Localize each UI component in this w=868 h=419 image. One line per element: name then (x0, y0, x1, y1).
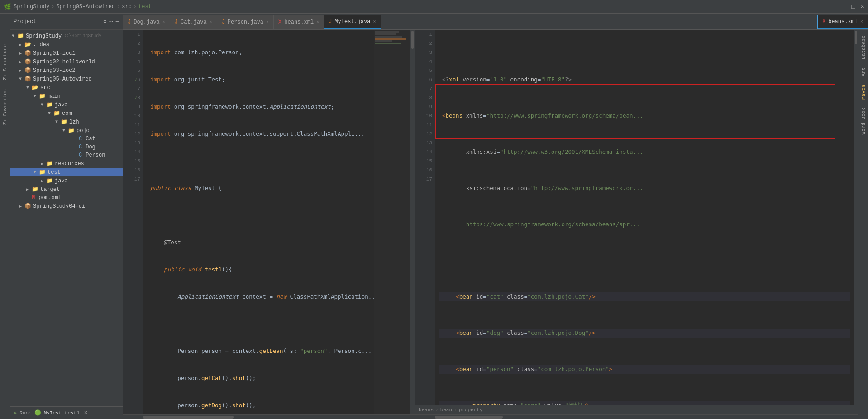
tab-label: Cat.java (181, 19, 207, 25)
line-num: 1 (429, 32, 432, 37)
arrow-icon: ▶ (41, 161, 46, 167)
left-code-content[interactable]: import com.lzh.pojo.Person; import org.j… (143, 30, 374, 414)
ant-tab[interactable]: Ant (859, 64, 868, 80)
tree-item-test-java[interactable]: ▶ 📁 java (10, 176, 123, 185)
collapse-icon[interactable]: — (116, 19, 119, 25)
tree-item-person[interactable]: ▶ C Person (10, 151, 123, 159)
tree-item-java[interactable]: ▼ 📁 java (10, 100, 123, 109)
settings-icon[interactable]: ⚙ (103, 18, 106, 25)
gear-icon[interactable]: ⋯ (109, 18, 113, 25)
java-icon: J (128, 19, 131, 25)
tree-item-spring03[interactable]: ▶ 📦 Spring03-ioc2 (10, 66, 123, 75)
xml-line-5: https://www.springframework.org/schema/b… (439, 220, 850, 229)
tree-label: resources (55, 161, 84, 167)
close-icon[interactable]: × (266, 20, 269, 25)
xml-line-2: <beans xmlns="http://www.springframework… (439, 111, 850, 120)
tree-label: target (40, 186, 60, 193)
tree-item-idea[interactable]: ▶ 📂 .idea (10, 40, 123, 49)
arrow-icon: ▼ (48, 111, 53, 116)
left-h-scrollbar[interactable] (123, 414, 415, 419)
tab-mytest-java[interactable]: J MyTest.java × (324, 15, 381, 29)
tree-label: lzh (69, 119, 79, 125)
tree-item-pom[interactable]: ▶ M pom.xml (10, 194, 123, 202)
tab-person-java[interactable]: J Person.java × (217, 15, 274, 29)
tree-item-com[interactable]: ▼ 📁 com (10, 109, 123, 118)
code-line-6: public class MyTest { (147, 184, 370, 193)
close-run-button[interactable]: × (84, 410, 87, 416)
close-icon[interactable]: × (210, 20, 212, 25)
database-tab[interactable]: Database (859, 32, 868, 63)
class-icon: C (79, 144, 82, 150)
maven-tab[interactable]: Maven (859, 81, 868, 103)
right-h-scrollbar[interactable] (415, 414, 858, 419)
tree-item-test[interactable]: ▼ 📁 test (10, 168, 123, 176)
tree-item-pojo[interactable]: ▼ 📁 pojo (10, 126, 123, 135)
xml-line-7: <bean id="cat" class="com.lzh.pojo.Cat"/… (439, 292, 850, 301)
left-scrollbar[interactable] (410, 30, 415, 414)
line-num: 7 (429, 86, 432, 91)
line-num: 5 (137, 68, 140, 73)
structure-tab[interactable]: Z: Structure (1, 41, 9, 84)
line-num: 4 (429, 59, 432, 64)
line-num: 10 (134, 113, 140, 119)
tab-beans-xml[interactable]: X beans.xml × (274, 15, 324, 29)
tree-item-cat[interactable]: ▶ C Cat (10, 135, 123, 143)
tab-dog-java[interactable]: J Dog.java × (123, 15, 170, 29)
folder-icon: 📁 (46, 101, 53, 108)
xml-line-8: <bean id="dog" class="com.lzh.pojo.Dog"/… (439, 329, 850, 338)
folder-icon: 📂 (24, 41, 31, 48)
favorites-tab[interactable]: Z: Favorites (1, 86, 9, 129)
tree-item-dog[interactable]: ▶ C Dog (10, 143, 123, 151)
xml-icon: X (822, 19, 825, 25)
maximize-button[interactable]: □ (851, 3, 855, 10)
tree-label: Cat (86, 136, 95, 142)
tree-item-main[interactable]: ▼ 📁 main (10, 92, 123, 100)
arrow-icon: ▶ (19, 42, 24, 48)
line-num: 8 (137, 95, 140, 100)
xml-line-6 (439, 256, 850, 265)
tree-item-spring02[interactable]: ▶ 📦 Spring02-helloworld (10, 57, 123, 66)
close-icon[interactable]: × (162, 20, 165, 25)
tree-item-spring01[interactable]: ▶ 📦 Spring01-ioc1 (10, 49, 123, 57)
arrow-icon: ▼ (41, 102, 46, 107)
tree-item-resources[interactable]: ▶ 📁 resources (10, 159, 123, 168)
close-icon[interactable]: × (316, 20, 319, 25)
arrow-icon: ▶ (19, 204, 24, 209)
close-icon[interactable]: × (373, 19, 376, 24)
tab-beans-xml-right[interactable]: X beans.xml × (818, 15, 868, 29)
close-icon[interactable]: × (860, 19, 863, 24)
right-gutter: 1 2 3 4 5 6 7 8 9 10 11 12 13 14 (415, 30, 435, 405)
right-code-content[interactable]: <?xml version="1.0" encoding="UTF-8"?> <… (435, 30, 854, 405)
minimize-button[interactable]: – (842, 3, 846, 10)
line-num: 3 (429, 50, 432, 55)
breadcrumb-item-2: src (122, 4, 132, 10)
tree-item-springstudy[interactable]: ▼ 📁 SpringStudy D:\SpringStudy (10, 32, 123, 40)
line-num: 2 (429, 41, 432, 46)
tree-label: Person (86, 152, 105, 158)
tree-item-lzh[interactable]: ▼ 📁 lzh (10, 118, 123, 126)
java-icon: J (329, 19, 332, 25)
arrow-icon: ▶ (19, 51, 24, 56)
line-num: 9 (429, 104, 432, 110)
tree-item-spring05[interactable]: ▼ 📦 Spring05-Autowired (10, 75, 123, 83)
line-num: 6 (429, 77, 432, 82)
folder-icon: 📁 (17, 33, 24, 39)
line-num: 2 (137, 41, 140, 46)
tab-cat-java[interactable]: J Cat.java × (170, 15, 217, 29)
breadcrumb-sep-1: › (117, 4, 120, 10)
close-button[interactable]: × (861, 3, 864, 10)
tree-item-spring04[interactable]: ▶ 📦 SpringStudy04-di (10, 202, 123, 210)
tree-item-target[interactable]: ▶ 📁 target (10, 185, 123, 194)
right-scrollbar[interactable] (854, 30, 858, 405)
tree-item-src[interactable]: ▼ 📂 src (10, 83, 123, 92)
sidebar: Project ⚙ ⋯ — ▼ 📁 SpringStudy D:\SpringS… (10, 14, 123, 419)
code-line-14: person.getDog().shot(); (147, 401, 370, 410)
arrow-icon: ▶ (19, 68, 24, 73)
folder-icon: 📁 (32, 186, 38, 193)
xml-icon: M (32, 195, 35, 201)
wordbook-tab[interactable]: Word Book (859, 104, 868, 138)
line-num: 11 (134, 122, 140, 128)
code-line-3: import org.springframework.context.Appli… (147, 102, 370, 111)
code-line-5 (147, 157, 370, 166)
window-controls: – □ × (842, 3, 864, 10)
